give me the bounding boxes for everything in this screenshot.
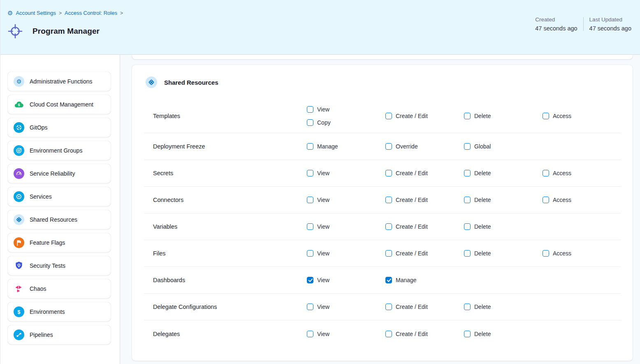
- created-block: Created 47 seconds ago: [529, 16, 583, 32]
- perm-item: Create / Edit: [385, 197, 464, 203]
- checkbox-connectors-delete[interactable]: [464, 197, 471, 203]
- permission-label: Override: [396, 143, 418, 150]
- shared-resources-panel: Shared Resources TemplatesViewCopyCreate…: [132, 65, 633, 361]
- resource-label: Secrets: [144, 170, 307, 176]
- perm-item: Access: [543, 197, 621, 203]
- checkbox-deployment-freeze-manage[interactable]: [307, 143, 313, 150]
- checkbox-connectors-access[interactable]: [543, 197, 549, 203]
- rings-icon: [14, 191, 24, 202]
- checkbox-connectors-view[interactable]: [307, 197, 313, 203]
- checkbox-variables-delete[interactable]: [464, 223, 471, 230]
- panel-header: Shared Resources: [144, 77, 621, 88]
- checkbox-delegates-create-edit[interactable]: [385, 331, 392, 337]
- perm-cell: Access: [543, 170, 621, 176]
- perm-item: Create / Edit: [385, 113, 464, 119]
- resource-category-sidebar: ⚙Administrative Functions$Cloud Cost Man…: [0, 55, 120, 364]
- perm-item: View: [307, 197, 385, 203]
- perm-row-dashboards: DashboardsViewManage: [144, 267, 621, 294]
- perm-item: Manage: [385, 277, 464, 283]
- sidebar-item-cloud-cost-management[interactable]: $Cloud Cost Management: [8, 95, 111, 114]
- checkbox-templates-access[interactable]: [543, 113, 549, 119]
- checkbox-delegate-configurations-create-edit[interactable]: [385, 304, 392, 310]
- sidebar-item-gitops[interactable]: GitOps: [8, 118, 111, 137]
- checkbox-secrets-access[interactable]: [543, 170, 549, 176]
- sidebar-item-label: Pipelines: [30, 332, 53, 338]
- perm-cell: Delete: [464, 250, 543, 257]
- perm-cell: Access: [543, 197, 621, 203]
- checkbox-templates-create-edit[interactable]: [385, 113, 392, 119]
- permission-label: View: [317, 197, 329, 203]
- sidebar-item-pipelines[interactable]: Pipelines: [8, 325, 111, 344]
- checkbox-templates-delete[interactable]: [464, 113, 471, 119]
- perm-cell: Access: [543, 113, 621, 119]
- perm-item: Create / Edit: [385, 223, 464, 230]
- checkbox-dashboards-manage[interactable]: [385, 277, 392, 283]
- perm-item: Delete: [464, 250, 543, 257]
- perm-cell: Manage: [385, 277, 464, 283]
- checkbox-variables-view[interactable]: [307, 223, 313, 230]
- checkbox-delegate-configurations-delete[interactable]: [464, 304, 471, 310]
- page-header: ⚙ Account Settings > Access Control: Rol…: [0, 0, 640, 55]
- permission-label: Manage: [317, 143, 338, 150]
- sidebar-item-feature-flags[interactable]: Feature Flags: [8, 233, 111, 252]
- permission-label: Access: [553, 113, 571, 119]
- perm-item: Delete: [464, 223, 543, 230]
- permission-label: View: [317, 250, 329, 257]
- checkbox-dashboards-view[interactable]: [307, 277, 313, 283]
- checkbox-templates-view[interactable]: [307, 106, 313, 113]
- checkbox-files-view[interactable]: [307, 250, 313, 257]
- checkbox-variables-create-edit[interactable]: [385, 223, 392, 230]
- perm-cell: Global: [464, 143, 543, 150]
- content-area: ⚙Administrative Functions$Cloud Cost Man…: [0, 55, 640, 364]
- perm-cell: Create / Edit: [385, 331, 464, 337]
- sidebar-item-administrative-functions[interactable]: ⚙Administrative Functions: [8, 72, 111, 91]
- permission-label: Delete: [474, 250, 491, 257]
- sidebar-item-environment-groups[interactable]: Environment Groups: [8, 141, 111, 160]
- breadcrumb-access-control-roles[interactable]: Access Control: Roles: [65, 10, 117, 16]
- breadcrumb: ⚙ Account Settings > Access Control: Rol…: [7, 10, 123, 16]
- checkbox-delegates-view[interactable]: [307, 331, 313, 337]
- perm-cell: Delete: [464, 170, 543, 176]
- sidebar-item-shared-resources[interactable]: Shared Resources: [8, 210, 111, 229]
- perm-item: Create / Edit: [385, 304, 464, 310]
- permission-label: Delete: [474, 304, 491, 310]
- permission-label: Delete: [474, 113, 491, 119]
- gauge-icon: [14, 168, 24, 179]
- checkbox-templates-copy[interactable]: [307, 119, 313, 126]
- perm-row-templates: TemplatesViewCopyCreate / EditDeleteAcce…: [144, 99, 621, 133]
- sidebar-item-service-reliability[interactable]: Service Reliability: [8, 164, 111, 183]
- created-label: Created: [535, 16, 577, 23]
- dollar-icon: $: [14, 306, 24, 317]
- checkbox-secrets-create-edit[interactable]: [385, 170, 392, 176]
- checkbox-delegate-configurations-view[interactable]: [307, 304, 313, 310]
- sidebar-item-label: Administrative Functions: [30, 78, 93, 85]
- checkbox-files-delete[interactable]: [464, 250, 471, 257]
- checkbox-deployment-freeze-override[interactable]: [385, 143, 392, 150]
- perm-cell: Access: [543, 250, 621, 257]
- sidebar-item-security-tests[interactable]: Security Tests: [8, 256, 111, 275]
- checkbox-files-access[interactable]: [543, 250, 549, 257]
- checkbox-secrets-view[interactable]: [307, 170, 313, 176]
- perm-item: Manage: [307, 143, 385, 150]
- perm-row-deployment-freeze: Deployment FreezeManageOverrideGlobal: [144, 133, 621, 160]
- breadcrumb-account-settings[interactable]: Account Settings: [16, 10, 56, 16]
- checkbox-files-create-edit[interactable]: [385, 250, 392, 257]
- perm-item: Delete: [464, 304, 543, 310]
- permission-label: View: [317, 331, 329, 337]
- last-updated-label: Last Updated: [589, 16, 631, 23]
- sidebar-item-environments[interactable]: $Environments: [8, 302, 111, 321]
- sidebar-item-chaos[interactable]: Chaos: [8, 279, 111, 298]
- perm-row-secrets: SecretsViewCreate / EditDeleteAccess: [144, 160, 621, 187]
- permission-label: View: [317, 170, 329, 176]
- permission-label: View: [317, 304, 329, 310]
- checkbox-delegates-delete[interactable]: [464, 331, 471, 337]
- checkbox-deployment-freeze-global[interactable]: [464, 143, 471, 150]
- sidebar-item-services[interactable]: Services: [8, 187, 111, 206]
- permission-label: Create / Edit: [396, 197, 428, 203]
- checkbox-secrets-delete[interactable]: [464, 170, 471, 176]
- flag-icon: [14, 237, 24, 248]
- perm-row-variables: VariablesViewCreate / EditDelete: [144, 213, 621, 240]
- checkbox-connectors-create-edit[interactable]: [385, 197, 392, 203]
- perm-cell: Delete: [464, 331, 543, 337]
- shared-resources-icon: [146, 77, 157, 88]
